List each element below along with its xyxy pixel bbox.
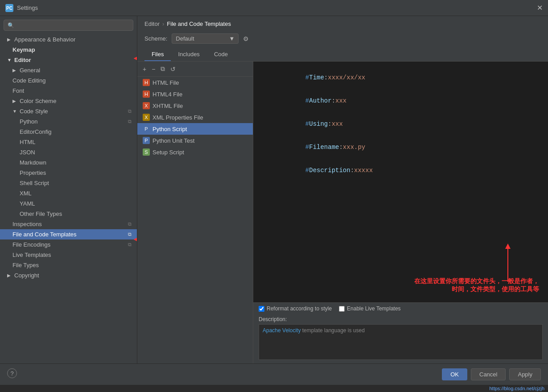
add-button[interactable]: + xyxy=(141,65,148,74)
sidebar-label: Python xyxy=(20,118,37,125)
tab-files[interactable]: Files xyxy=(144,48,171,61)
file-item-label: HTML4 File xyxy=(152,91,182,98)
sidebar-item-shell-script[interactable]: Shell Script xyxy=(0,178,137,188)
copy-icon: ⧉ xyxy=(128,242,132,248)
sidebar-item-general[interactable]: ▶ General xyxy=(0,65,137,75)
apache-velocity-link[interactable]: Apache Velocity xyxy=(263,327,301,334)
cancel-button[interactable]: Cancel xyxy=(471,368,506,380)
sidebar-label: General xyxy=(20,67,40,74)
expand-arrow: ▶ xyxy=(12,99,18,103)
sidebar-item-xml[interactable]: XML xyxy=(0,188,137,198)
setup-icon: S xyxy=(143,149,150,156)
title-bar: PC Settings ✕ xyxy=(0,0,548,16)
file-list-container: + − ⧉ ↺ H HTML File H HTML4 File X xyxy=(137,62,253,363)
sidebar-item-properties[interactable]: Properties xyxy=(0,168,137,178)
sidebar-label: EditorConfig xyxy=(20,128,52,135)
sidebar-label: File Types xyxy=(12,262,39,268)
scheme-select[interactable]: Default ▼ xyxy=(172,33,239,44)
sidebar-label: Color Scheme xyxy=(20,98,56,104)
file-item-xml-properties[interactable]: X XML Properties File xyxy=(137,111,253,123)
search-box[interactable]: 🔍 xyxy=(4,20,133,31)
sidebar-item-color-scheme[interactable]: ▶ Color Scheme xyxy=(0,96,137,106)
code-line-2: #Using:xxx xyxy=(260,113,541,135)
file-item-html4[interactable]: H HTML4 File xyxy=(137,88,253,100)
sidebar-label: File and Code Templates xyxy=(12,231,77,238)
sidebar-item-file-encodings[interactable]: File Encodings ⧉ xyxy=(0,239,137,250)
live-templates-label: Enable Live Templates xyxy=(347,305,401,312)
sidebar-item-python[interactable]: Python ⧉ xyxy=(0,116,137,127)
file-item-python-unit-test[interactable]: P Python Unit Test xyxy=(137,135,253,146)
search-input[interactable] xyxy=(17,22,129,29)
sidebar-label: Properties xyxy=(20,169,46,176)
apply-button[interactable]: Apply xyxy=(509,368,541,380)
sidebar-item-appearance[interactable]: ▶ Appearance & Behavior xyxy=(0,34,137,45)
expand-arrow: ▼ xyxy=(7,58,12,62)
help-button[interactable]: ? xyxy=(7,368,17,378)
file-item-label: Python Unit Test xyxy=(152,137,194,144)
sidebar-item-other-file-types[interactable]: Other File Types xyxy=(0,209,137,219)
copy-icon: ⧉ xyxy=(128,119,132,124)
remove-button[interactable]: − xyxy=(150,65,157,74)
code-editor[interactable]: #Time:xxxx/xx/xx #Author:xxx #Using:xxx … xyxy=(253,62,548,302)
html4-icon: H xyxy=(143,91,150,98)
copy-icon: ⧉ xyxy=(128,108,132,114)
file-item-html[interactable]: H HTML File xyxy=(137,77,253,88)
python-script-row: P Python Script 4、第四步 xyxy=(137,123,253,135)
file-item-label: Python Script xyxy=(152,126,187,132)
sidebar-item-editorconfig[interactable]: EditorConfig xyxy=(0,127,137,137)
sidebar-label: Code Editing xyxy=(12,77,45,84)
url-bar: https://blog.csdn.net/cjzjh xyxy=(0,385,548,392)
breadcrumb-editor: Editor xyxy=(144,21,160,27)
sidebar-item-keymap[interactable]: Keymap xyxy=(0,45,137,55)
ok-button[interactable]: OK xyxy=(442,368,467,380)
close-button[interactable]: ✕ xyxy=(537,4,543,12)
tab-includes[interactable]: Includes xyxy=(171,48,206,61)
sidebar-label: Markdown xyxy=(20,159,46,166)
code-line-0: #Time:xxxx/xx/xx xyxy=(260,67,541,88)
template-panel: + − ⧉ ↺ H HTML File H HTML4 File X xyxy=(137,62,548,363)
sidebar-item-live-templates[interactable]: Live Templates xyxy=(0,250,137,260)
editor-section: ▼ Editor 1、第一步 xyxy=(0,55,137,65)
sidebar-item-font[interactable]: Font xyxy=(0,86,137,96)
reformat-checkbox-label[interactable]: Reformat according to style xyxy=(259,305,332,312)
search-icon: 🔍 xyxy=(8,22,14,29)
sidebar-label: JSON xyxy=(20,149,35,156)
sidebar-label: XML xyxy=(20,190,32,197)
copy-button[interactable]: ⧉ xyxy=(159,64,167,74)
sidebar-label: Inspections xyxy=(12,221,42,227)
file-code-templates-row: File and Code Templates ⧉ 3、第三步 xyxy=(0,229,137,239)
sidebar-item-markdown[interactable]: Markdown xyxy=(0,157,137,168)
sidebar-item-yaml[interactable]: YAML xyxy=(0,198,137,209)
live-templates-checkbox-label[interactable]: Enable Live Templates xyxy=(339,305,401,312)
file-item-label: XML Properties File xyxy=(152,114,203,121)
live-templates-checkbox[interactable] xyxy=(339,306,345,312)
sidebar-label: Code Style xyxy=(20,108,48,115)
sidebar-item-editor[interactable]: ▼ Editor xyxy=(0,55,137,65)
sidebar-label: HTML xyxy=(20,139,35,145)
spacer xyxy=(21,368,438,380)
expand-arrow: ▶ xyxy=(7,273,12,278)
xml-icon: X xyxy=(143,114,150,121)
sidebar-item-html[interactable]: HTML xyxy=(0,137,137,147)
file-item-python-script[interactable]: P Python Script xyxy=(137,123,253,135)
file-item-xhtml[interactable]: X XHTML File xyxy=(137,100,253,111)
sidebar: 🔍 ▶ Appearance & Behavior Keymap ▼ Edito… xyxy=(0,16,137,363)
sidebar-item-json[interactable]: JSON xyxy=(0,147,137,157)
sidebar-item-copyright[interactable]: ▶ Copyright xyxy=(0,270,137,281)
sidebar-item-code-style[interactable]: ▼ Code Style ⧉ xyxy=(0,106,137,116)
editor-footer: Reformat according to style Enable Live … xyxy=(253,302,548,314)
description-box[interactable]: Apache Velocity template language is use… xyxy=(259,324,543,360)
expand-arrow: ▼ xyxy=(12,109,18,114)
file-item-label: Setup Script xyxy=(152,149,184,156)
sidebar-item-code-editing[interactable]: Code Editing xyxy=(0,75,137,86)
sidebar-item-file-types[interactable]: File Types xyxy=(0,260,137,270)
sidebar-item-inspections[interactable]: Inspections ⧉ xyxy=(0,219,137,229)
scheme-gear-icon[interactable]: ⚙ xyxy=(243,35,249,42)
hint-text: 在这里设置你所需要的文件头，一般是作者，时间，文件类型，使用的工具等 xyxy=(414,277,539,293)
sidebar-item-file-code-templates[interactable]: File and Code Templates ⧉ xyxy=(0,229,137,239)
reset-button[interactable]: ↺ xyxy=(169,65,177,74)
reformat-checkbox[interactable] xyxy=(259,306,264,312)
scheme-row: Scheme: Default ▼ ⚙ xyxy=(137,32,548,48)
tab-code[interactable]: Code xyxy=(207,48,235,61)
file-item-setup-script[interactable]: S Setup Script xyxy=(137,146,253,158)
